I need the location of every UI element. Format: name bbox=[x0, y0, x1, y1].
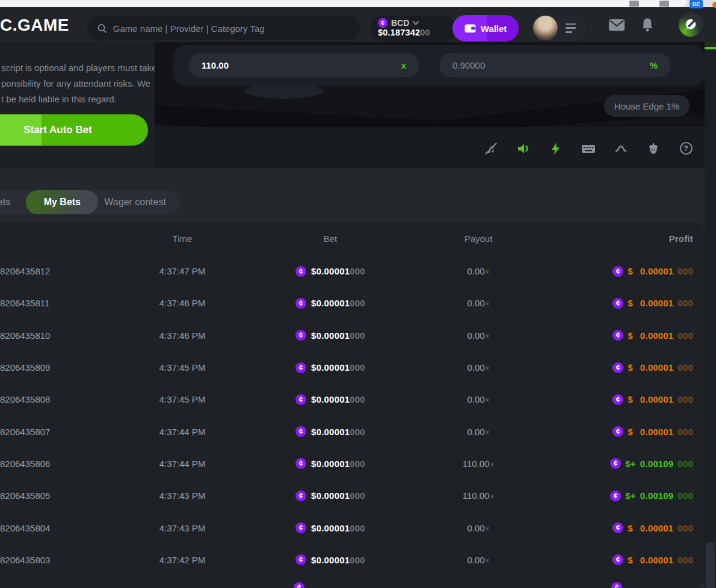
scrollbar-cap bbox=[705, 42, 716, 47]
bcd-coin-icon: ¢ bbox=[295, 298, 306, 309]
messages-button[interactable] bbox=[609, 7, 625, 42]
bets-tabbar: ets My Bets Wager contest bbox=[0, 190, 181, 214]
live-stats-icon[interactable] bbox=[614, 141, 628, 156]
balance-amount: $0.18734200 bbox=[378, 28, 450, 37]
bcd-coin-icon: ¢ bbox=[378, 18, 387, 28]
tab-all-bets[interactable]: ets bbox=[0, 197, 10, 208]
bcd-coin-icon: ¢ bbox=[613, 522, 623, 533]
bet-payout: 0.00× bbox=[404, 266, 552, 276]
bet-time: 4:37:44 PM bbox=[108, 459, 256, 469]
wallet-button[interactable]: Wallet bbox=[452, 15, 519, 42]
payout-field[interactable]: x bbox=[188, 53, 419, 77]
tab-wager-contest[interactable]: Wager contest bbox=[104, 197, 166, 208]
bcd-coin-icon: ¢ bbox=[294, 582, 304, 588]
search-input[interactable] bbox=[113, 23, 350, 34]
bcd-coin-icon: ¢ bbox=[613, 362, 623, 373]
bcd-coin-icon: ¢ bbox=[613, 554, 623, 565]
sound-icon[interactable] bbox=[516, 141, 531, 156]
tab-my-bets[interactable]: My Bets bbox=[26, 190, 98, 214]
account-menu-icon bbox=[566, 23, 576, 33]
bet-row[interactable]: 8206435803 4:37:42 PM ¢ $0.00001000 0.00… bbox=[0, 544, 705, 576]
bet-id: 8206435809 bbox=[0, 362, 108, 373]
bet-row[interactable]: 8206435805 4:37:43 PM ¢ $0.00001000 110.… bbox=[0, 480, 705, 512]
bet-payout: 0.00× bbox=[404, 555, 552, 565]
notifications-button[interactable] bbox=[640, 7, 655, 42]
bcd-coin-icon: ¢ bbox=[295, 491, 306, 501]
bcd-coin-icon: ¢ bbox=[295, 330, 306, 341]
bet-time: 4:37:42 PM bbox=[108, 555, 256, 565]
browser-profile-icon[interactable] bbox=[712, 2, 716, 8]
win-chance-input[interactable] bbox=[452, 60, 645, 70]
payout-input[interactable] bbox=[202, 60, 397, 70]
bet-amount: ¢ $0.00001000 bbox=[256, 554, 404, 565]
music-off-icon[interactable]: ♫ bbox=[484, 141, 498, 156]
bet-id: 8206435806 bbox=[0, 459, 108, 469]
bet-profit: ¢ $0.00001000 bbox=[552, 330, 693, 341]
percent-icon: % bbox=[650, 60, 658, 70]
game-toolbar: ♫ bbox=[155, 128, 705, 169]
bcd-coin-icon: ¢ bbox=[613, 266, 623, 277]
bet-row[interactable]: 8206435808 4:37:45 PM ¢ $0.00001000 0.00… bbox=[0, 383, 705, 415]
bet-row[interactable]: 8206435810 4:37:46 PM ¢ $0.00001000 0.00… bbox=[0, 320, 705, 351]
bet-row[interactable]: 8206435807 4:37:44 PM ¢ $0.00001000 0.00… bbox=[0, 415, 705, 447]
bet-time: 4:37:46 PM bbox=[108, 298, 256, 308]
bell-icon bbox=[641, 17, 654, 32]
search-icon bbox=[97, 23, 107, 34]
bets-table-body: 8206435812 4:37:47 PM ¢ $0.00001000 0.00… bbox=[0, 255, 705, 576]
bets-section: ets My Bets Wager contest Time Bet Payou… bbox=[0, 169, 705, 588]
site-logo[interactable]: C.GAME bbox=[0, 16, 69, 35]
bet-payout: 0.00× bbox=[404, 330, 552, 341]
win-chance-field[interactable]: % bbox=[439, 53, 671, 77]
help-icon[interactable]: ? bbox=[679, 141, 693, 156]
bcd-coin-icon: ¢ bbox=[611, 582, 622, 588]
bet-amount: ¢ $0.00001000 bbox=[256, 522, 404, 533]
bet-profit: ¢ $0.00001000 bbox=[552, 394, 693, 405]
bet-profit: ¢ $0.00001000 bbox=[552, 426, 693, 437]
bet-amount: ¢ $0.00001000 bbox=[256, 426, 404, 437]
seed-icon[interactable] bbox=[646, 141, 661, 156]
bet-profit: ¢ $0.00001000 bbox=[552, 554, 693, 565]
bet-id: 8206435810 bbox=[0, 330, 108, 341]
bet-row[interactable]: 8206435812 4:37:47 PM ¢ $0.00001000 0.00… bbox=[0, 255, 705, 287]
bet-amount: ¢ $0.00001000 bbox=[256, 491, 404, 501]
bet-row[interactable]: 8206435811 4:37:46 PM ¢ $0.00001000 0.00… bbox=[0, 287, 705, 319]
browser-toolbar-white bbox=[0, 0, 687, 7]
scrollbar-thumb-green[interactable] bbox=[705, 47, 716, 49]
table-header-row: Time Bet Payout Profit bbox=[0, 221, 705, 255]
hotkeys-icon[interactable] bbox=[581, 141, 596, 156]
bet-row[interactable]: 8206435806 4:37:44 PM ¢ $0.00001000 110.… bbox=[0, 448, 705, 480]
game-search-bar[interactable] bbox=[87, 16, 360, 40]
bet-time: 4:37:44 PM bbox=[108, 427, 256, 437]
turbo-icon[interactable] bbox=[549, 141, 563, 156]
bet-row[interactable]: 8206435809 4:37:45 PM ¢ $0.00001000 0.00… bbox=[0, 351, 705, 383]
chevron-down-icon bbox=[413, 21, 419, 25]
bcd-coin-icon: ¢ bbox=[613, 330, 623, 341]
bet-time: 4:37:45 PM bbox=[108, 362, 256, 373]
browser-extension-icon[interactable] bbox=[629, 1, 639, 7]
bcd-coin-icon: ¢ bbox=[295, 554, 306, 565]
browser-extension-icon[interactable] bbox=[659, 1, 669, 7]
col-profit: Profit bbox=[552, 234, 693, 244]
bet-payout: 0.00× bbox=[404, 298, 552, 308]
page-scrollbar[interactable] bbox=[705, 42, 716, 588]
locale-badge[interactable]: DE bbox=[690, 0, 703, 8]
avatar[interactable] bbox=[533, 16, 558, 40]
bet-row[interactable]: 8206435804 4:37:43 PM ¢ $0.00001000 0.00… bbox=[0, 512, 705, 543]
bet-amount: ¢ $0.00001000 bbox=[256, 330, 404, 341]
bet-amount: ¢ $0.00001000 bbox=[256, 394, 404, 405]
start-auto-bet-button[interactable]: Start Auto Bet bbox=[0, 114, 148, 146]
bcd-coin-icon: ¢ bbox=[295, 394, 306, 405]
profile-menu[interactable] bbox=[532, 14, 586, 42]
currency-selector[interactable]: ¢ BCD $0.18734200 bbox=[371, 16, 456, 42]
col-payout: Payout bbox=[404, 234, 552, 244]
multiplier-x-icon: x bbox=[401, 60, 406, 70]
scrollbar-thumb[interactable] bbox=[706, 542, 715, 588]
bet-time: 4:37:45 PM bbox=[108, 394, 256, 404]
bet-payout: 0.00× bbox=[404, 427, 552, 437]
bcd-coin-icon: ¢ bbox=[295, 266, 306, 277]
bet-amount: ¢ $0.00001000 bbox=[256, 298, 404, 309]
bcd-coin-icon: ¢ bbox=[295, 522, 306, 533]
col-bet: Bet bbox=[256, 234, 404, 244]
bet-id: 8206435805 bbox=[0, 491, 108, 501]
support-chat-button[interactable] bbox=[679, 13, 703, 37]
